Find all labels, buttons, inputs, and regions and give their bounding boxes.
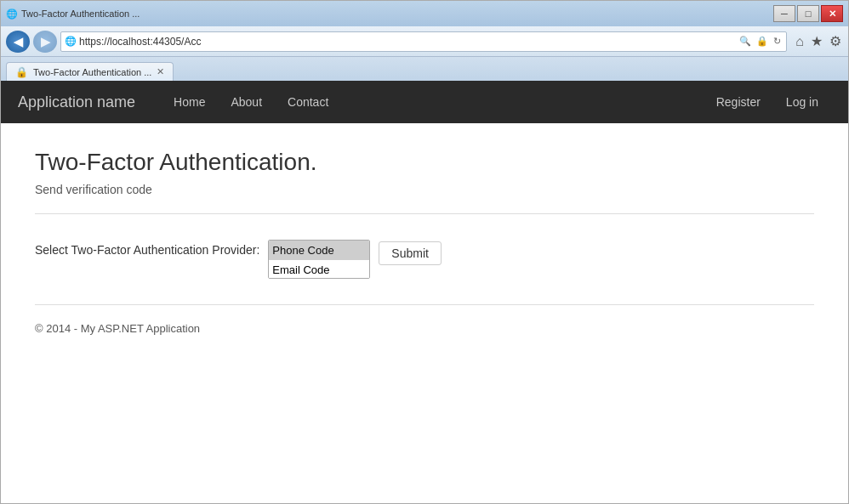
- address-bar-container: 🌐 🔍 🔒 ↻: [60, 31, 787, 52]
- app-navbar: Application name Home About Contact Regi…: [1, 81, 848, 123]
- main-content: Two-Factor Authentication. Send verifica…: [1, 123, 848, 503]
- divider-bottom: [35, 304, 814, 305]
- maximize-button[interactable]: □: [797, 5, 819, 22]
- nav-link-register[interactable]: Register: [704, 81, 773, 123]
- back-button[interactable]: ◀: [6, 31, 30, 53]
- refresh-button[interactable]: ↻: [772, 36, 783, 47]
- provider-option-phone[interactable]: Phone Code: [269, 241, 369, 260]
- provider-form-row: Select Two-Factor Authentication Provide…: [35, 240, 814, 279]
- close-button[interactable]: ✕: [821, 5, 843, 22]
- tab-close-button[interactable]: ✕: [157, 66, 164, 77]
- active-tab[interactable]: 🔒 Two-Factor Authentication ... ✕: [6, 62, 174, 81]
- page-title: Two-Factor Authentication.: [35, 149, 814, 176]
- browser-actions: ⌂ ★ ⚙: [794, 31, 843, 51]
- provider-option-email[interactable]: Email Code: [269, 260, 369, 279]
- submit-button[interactable]: Submit: [379, 241, 442, 265]
- tab-title-label: Two-Factor Authentication ...: [33, 67, 151, 77]
- provider-select[interactable]: Phone Code Email Code: [268, 240, 370, 279]
- browser-toolbar: ◀ ▶ 🌐 🔍 🔒 ↻ ⌂ ★ ⚙: [1, 26, 848, 57]
- nav-link-about[interactable]: About: [218, 81, 275, 123]
- nav-link-home[interactable]: Home: [161, 81, 218, 123]
- favorites-button[interactable]: ★: [809, 31, 824, 51]
- tab-favicon-icon: 🌐: [6, 8, 18, 20]
- titlebar: 🌐 Two-Factor Authentication ... ─ □ ✕: [1, 1, 848, 26]
- address-bar-actions: 🔍 🔒 ↻: [738, 36, 783, 47]
- nav-brand[interactable]: Application name: [18, 93, 135, 111]
- forward-button[interactable]: ▶: [33, 31, 57, 53]
- divider-top: [35, 213, 814, 214]
- home-button[interactable]: ⌂: [794, 32, 806, 51]
- lock-icon[interactable]: 🔒: [755, 36, 770, 47]
- search-button[interactable]: 🔍: [738, 36, 753, 47]
- window: 🌐 Two-Factor Authentication ... ─ □ ✕ ◀ …: [0, 0, 849, 504]
- settings-button[interactable]: ⚙: [828, 31, 843, 51]
- titlebar-left: 🌐 Two-Factor Authentication ...: [6, 8, 140, 20]
- window-controls: ─ □ ✕: [773, 5, 843, 22]
- page-subtitle: Send verification code: [35, 183, 814, 196]
- nav-link-login[interactable]: Log in: [773, 81, 831, 123]
- nav-link-contact[interactable]: Contact: [275, 81, 341, 123]
- tab-favicon-icon: 🔒: [15, 66, 28, 78]
- minimize-button[interactable]: ─: [773, 5, 795, 22]
- nav-links: Home About Contact: [161, 81, 341, 123]
- tab-title: Two-Factor Authentication ...: [21, 8, 140, 19]
- provider-label: Select Two-Factor Authentication Provide…: [35, 240, 259, 257]
- footer-text: © 2014 - My ASP.NET Application: [35, 322, 814, 335]
- tab-bar: 🔒 Two-Factor Authentication ... ✕: [1, 57, 848, 81]
- address-bar[interactable]: [79, 36, 735, 48]
- page-icon: 🌐: [65, 36, 77, 47]
- nav-right: Register Log in: [704, 81, 831, 123]
